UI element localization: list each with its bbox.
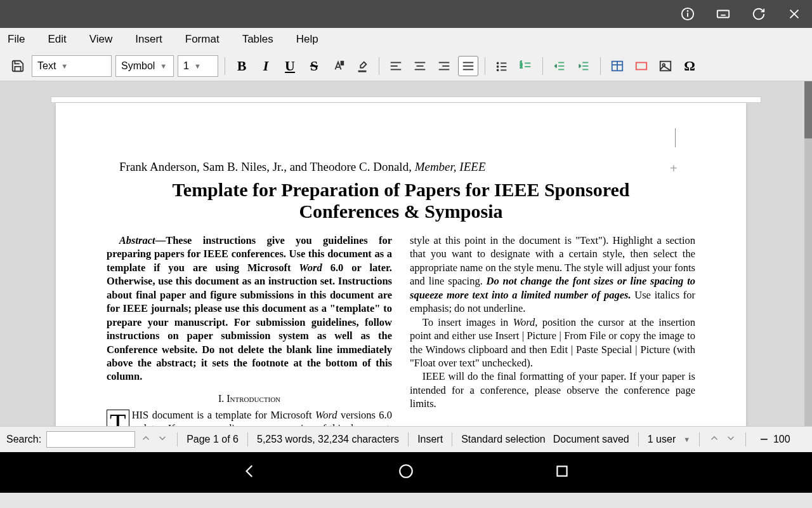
save-status: Document saved	[553, 434, 629, 445]
menu-insert[interactable]: Insert	[135, 33, 162, 46]
abstract-text: Abstract—These instructions give you gui…	[107, 234, 392, 384]
menu-tables[interactable]: Tables	[242, 33, 273, 46]
search-input[interactable]	[46, 431, 135, 448]
insert-mode[interactable]: Insert	[417, 434, 443, 445]
toolbar: Text▼ Symbol▼ 1▼ B I U S 12 Ω	[0, 51, 812, 81]
svg-point-28	[497, 66, 499, 67]
numbered-list-button[interactable]: 12	[516, 56, 536, 76]
insert-table-button[interactable]	[607, 56, 627, 76]
align-center-button[interactable]	[410, 56, 430, 76]
svg-point-2	[688, 11, 688, 11]
back-icon[interactable]	[242, 463, 258, 482]
svg-point-49	[400, 465, 412, 478]
paragraph-style-select[interactable]: Text▼	[32, 55, 112, 77]
document-page[interactable]: Frank Anderson, Sam B. Niles, Jr., and T…	[56, 103, 746, 426]
font-color-button[interactable]	[328, 56, 348, 76]
menu-view[interactable]: View	[89, 33, 113, 46]
close-icon[interactable]	[784, 4, 804, 24]
authors-line: Frank Anderson, Sam B. Niles, Jr., and T…	[119, 160, 695, 174]
align-right-button[interactable]	[434, 56, 454, 76]
menu-help[interactable]: Help	[296, 33, 318, 46]
highlight-button[interactable]	[352, 56, 372, 76]
size-value: 1	[183, 60, 189, 72]
page-indicator[interactable]: Page 1 of 6	[187, 434, 239, 445]
menu-file[interactable]: File	[8, 33, 25, 46]
save-icon[interactable]	[8, 56, 28, 76]
page-down-icon[interactable]	[725, 432, 737, 446]
font-select[interactable]: Symbol▼	[115, 55, 174, 77]
svg-rect-45	[636, 62, 647, 69]
search-next-icon[interactable]	[157, 432, 168, 446]
svg-text:2: 2	[520, 64, 523, 68]
title-bar	[0, 0, 812, 28]
strikethrough-button[interactable]: S	[304, 56, 324, 76]
keyboard-icon[interactable]	[713, 4, 733, 24]
style-value: Text	[37, 60, 56, 72]
font-size-select[interactable]: 1▼	[178, 55, 218, 77]
zoom-value[interactable]: 100	[773, 434, 790, 445]
android-navbar	[0, 452, 812, 493]
menu-format[interactable]: Format	[185, 33, 219, 46]
indent-increase-button[interactable]	[573, 56, 594, 76]
align-justify-button[interactable]	[458, 56, 478, 76]
word-count[interactable]: 5,253 words, 32,234 characters	[257, 434, 399, 445]
insert-symbol-button[interactable]: Ω	[679, 56, 700, 76]
insert-image-button[interactable]	[655, 56, 676, 76]
svg-rect-12	[341, 61, 344, 65]
selection-mode[interactable]: Standard selection	[461, 434, 546, 445]
search-prev-icon[interactable]	[140, 432, 152, 446]
cursor-mark	[670, 128, 683, 154]
column-right: style at this point in the document is "…	[410, 234, 695, 426]
ruler[interactable]	[51, 97, 761, 103]
workspace[interactable]: Frank Anderson, Sam B. Niles, Jr., and T…	[0, 81, 812, 426]
svg-point-30	[497, 69, 499, 70]
zoom-out-icon[interactable]: −	[760, 431, 768, 448]
info-icon[interactable]	[678, 4, 698, 24]
insert-textbox-button[interactable]	[631, 56, 652, 76]
column-left: Abstract—These instructions give you gui…	[107, 234, 392, 426]
svg-rect-3	[717, 11, 729, 18]
align-left-button[interactable]	[386, 56, 406, 76]
scrollbar-thumb[interactable]	[804, 81, 812, 138]
bullet-list-button[interactable]	[492, 56, 512, 76]
vertical-scrollbar[interactable]	[804, 81, 812, 426]
status-bar: Search: Page 1 of 6 5,253 words, 32,234 …	[0, 426, 812, 452]
bold-button[interactable]: B	[232, 56, 252, 76]
recent-apps-icon[interactable]	[554, 463, 570, 482]
search-label: Search:	[6, 434, 41, 445]
section-heading: I. Introduction	[107, 392, 392, 406]
svg-rect-50	[557, 466, 566, 476]
indent-decrease-button[interactable]	[549, 56, 570, 76]
refresh-icon[interactable]	[749, 4, 769, 24]
menu-edit[interactable]: Edit	[48, 33, 66, 46]
underline-button[interactable]: U	[280, 56, 300, 76]
svg-point-26	[497, 62, 499, 64]
home-icon[interactable]	[398, 463, 414, 482]
italic-button[interactable]: I	[256, 56, 276, 76]
menu-bar: File Edit View Insert Format Tables Help	[0, 28, 812, 51]
user-count[interactable]: 1 user	[648, 434, 676, 445]
document-title: Template for Preparation of Papers for I…	[107, 179, 695, 222]
font-value: Symbol	[121, 60, 155, 72]
page-up-icon[interactable]	[709, 432, 720, 446]
intro-paragraph: THIS document is a template for Microsof…	[107, 408, 392, 426]
